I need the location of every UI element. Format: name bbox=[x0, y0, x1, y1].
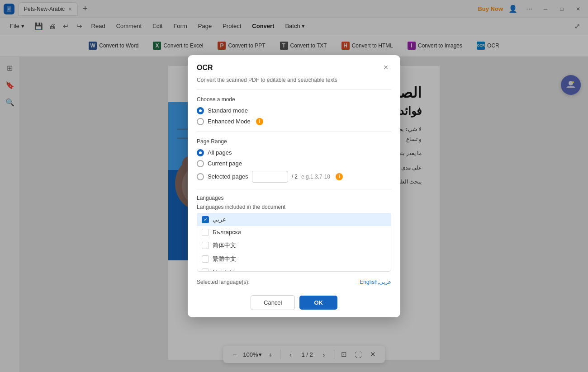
page-range-radio-group: All pages Current page Selected pages / … bbox=[197, 149, 391, 183]
enhanced-mode-circle bbox=[197, 118, 204, 125]
page-example-text: e.g.1,3,7-10 bbox=[301, 174, 330, 180]
enhanced-mode-radio[interactable]: Enhanced Mode i bbox=[197, 118, 391, 125]
modal-title: OCR bbox=[197, 64, 213, 72]
page-range-section: Page Range All pages Current page Select… bbox=[188, 132, 400, 189]
selected-pages-radio[interactable]: Selected pages / 2 e.g.1,3,7-10 i bbox=[197, 171, 391, 183]
standard-mode-circle bbox=[197, 107, 204, 114]
mode-section: Choose a mode Standard mode Enhanced Mod… bbox=[188, 90, 400, 132]
languages-included-label: Languages included in the document bbox=[197, 204, 391, 210]
modal-close-button[interactable]: × bbox=[380, 62, 391, 73]
modal-overlay: OCR × Convert the scanned PDF to editabl… bbox=[0, 0, 588, 372]
modal-footer: Cancel OK bbox=[188, 290, 400, 317]
arabic-label: عربي bbox=[213, 216, 226, 223]
enhanced-mode-label: Enhanced Mode bbox=[208, 118, 251, 125]
divider-lang bbox=[197, 189, 391, 189]
page-total-display: / 2 bbox=[292, 174, 298, 180]
language-list: عربي Български 简体中文 繁體中文 Hrvatski bbox=[197, 213, 391, 272]
chinese-simplified-label: 简体中文 bbox=[213, 241, 236, 250]
current-page-circle bbox=[197, 160, 204, 167]
modal-subtitle: Convert the scanned PDF to editable and … bbox=[188, 77, 400, 89]
ok-button[interactable]: OK bbox=[299, 296, 337, 310]
ocr-modal: OCR × Convert the scanned PDF to editabl… bbox=[188, 55, 400, 317]
bulgarian-label: Български bbox=[213, 229, 241, 235]
bulgarian-checkbox[interactable] bbox=[202, 229, 209, 236]
selected-langs-values: English,عربي bbox=[360, 279, 391, 285]
languages-section: Languages Languages included in the docu… bbox=[188, 195, 400, 276]
arabic-checkbox[interactable] bbox=[202, 216, 209, 223]
standard-mode-radio[interactable]: Standard mode bbox=[197, 107, 391, 114]
page-range-info-icon[interactable]: i bbox=[336, 173, 343, 180]
lang-item-chinese-traditional[interactable]: 繁體中文 bbox=[197, 252, 391, 266]
cancel-button[interactable]: Cancel bbox=[251, 295, 295, 310]
all-pages-circle bbox=[197, 149, 204, 156]
chinese-traditional-label: 繁體中文 bbox=[213, 255, 236, 263]
selected-pages-input[interactable] bbox=[252, 171, 288, 183]
all-pages-label: All pages bbox=[208, 149, 232, 156]
languages-label: Languages bbox=[197, 195, 391, 201]
lang-item-bulgarian[interactable]: Български bbox=[197, 226, 391, 239]
enhanced-mode-info-icon[interactable]: i bbox=[256, 118, 263, 125]
chinese-traditional-checkbox[interactable] bbox=[202, 255, 209, 263]
lang-item-arabic[interactable]: عربي bbox=[197, 213, 391, 226]
standard-mode-label: Standard mode bbox=[208, 107, 248, 114]
mode-radio-group: Standard mode Enhanced Mode i bbox=[197, 107, 391, 125]
croatian-checkbox[interactable] bbox=[202, 268, 209, 272]
current-page-label: Current page bbox=[208, 160, 242, 167]
all-pages-radio[interactable]: All pages bbox=[197, 149, 391, 156]
croatian-label: Hrvatski bbox=[213, 268, 234, 272]
page-range-label: Page Range bbox=[197, 138, 391, 145]
mode-label: Choose a mode bbox=[197, 96, 391, 103]
selected-pages-label: Selected pages bbox=[208, 173, 248, 180]
selected-languages-row: Selected language(s): English,عربي bbox=[188, 276, 400, 290]
lang-item-croatian[interactable]: Hrvatski bbox=[197, 266, 391, 272]
chinese-simplified-checkbox[interactable] bbox=[202, 242, 209, 249]
selected-langs-label: Selected language(s): bbox=[197, 279, 250, 285]
current-page-radio[interactable]: Current page bbox=[197, 160, 391, 167]
modal-header: OCR × bbox=[188, 55, 400, 77]
lang-item-chinese-simplified[interactable]: 简体中文 bbox=[197, 239, 391, 252]
selected-pages-circle bbox=[197, 173, 204, 180]
